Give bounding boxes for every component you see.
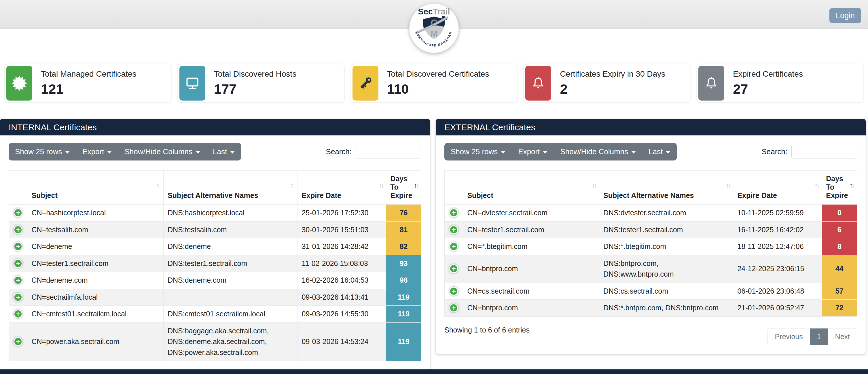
stat-card: Expired Certificates 27 — [696, 64, 863, 102]
expand-row-button[interactable] — [449, 208, 458, 217]
expand-row-button[interactable] — [449, 304, 458, 312]
expand-row-button[interactable] — [13, 242, 23, 251]
sectrail-logo: SecTrail C M CERTIFICATE MANAGER — [409, 3, 459, 54]
show-hide-columns-button[interactable]: Show/Hide Columns — [118, 143, 207, 161]
expand-row-button[interactable] — [13, 225, 23, 234]
san-cell: DNS:tester1.sectrail.com — [599, 221, 733, 238]
login-button[interactable]: Login — [829, 8, 861, 23]
table-row: CN=bntpro.com DNS:*.bntpro.com, DNS:bntp… — [445, 300, 857, 317]
san-cell — [163, 289, 297, 306]
san-column-header[interactable]: Subject Alternative Names↑↓ — [599, 171, 733, 205]
san-cell: DNS:cs.sectrail.com — [599, 283, 733, 300]
subject-cell: CN=tester1.sectrail.com — [27, 255, 163, 272]
last-filter-button[interactable]: Last — [642, 143, 677, 161]
days-to-expire-badge: 6 — [822, 221, 857, 238]
expand-row-button[interactable] — [449, 242, 458, 251]
expire-date-cell: 16-02-2026 16:04:53 — [298, 272, 386, 289]
chevron-down-icon — [666, 151, 671, 153]
internal-table-body: CN=hashicorptest.local DNS:hashicorptest… — [9, 205, 421, 361]
sort-ascending-icon: ↑↓ — [849, 181, 855, 189]
san-cell: DNS:baggage.aka.sectrail.com, DNS:deneme… — [163, 322, 297, 361]
expire-date-cell: 16-11-2025 16:42:02 — [733, 221, 822, 238]
external-search-row: Search: — [762, 145, 857, 159]
chevron-down-icon — [107, 151, 112, 153]
subject-column-header[interactable]: Subject↑↓ — [27, 171, 163, 205]
subject-cell: CN=cmtest01.sectrailcm.local — [27, 306, 163, 323]
show-rows-button[interactable]: Show 25 rows — [444, 143, 512, 161]
subject-cell: CN=deneme — [27, 238, 163, 255]
next-page-button[interactable]: Next — [828, 328, 857, 345]
last-filter-button[interactable]: Last — [207, 143, 241, 161]
show-hide-columns-button[interactable]: Show/Hide Columns — [554, 143, 642, 161]
bottom-footer-bar — [0, 369, 868, 374]
days-to-expire-column-header[interactable]: Days To Expire↑↓ — [822, 171, 857, 205]
internal-toolbar: Show 25 rows Export Show/Hide Columns La… — [9, 143, 241, 161]
sort-icon: ↑↓ — [156, 181, 161, 189]
brand-prefix: Sec — [418, 7, 433, 16]
expire-date-cell: 09-03-2026 14:53:24 — [298, 322, 386, 361]
stat-label: Expired Certificates — [733, 69, 803, 79]
days-to-expire-column-header[interactable]: Days To Expire↑↓ — [386, 171, 421, 205]
external-table-footer: Showing 1 to 6 of 6 entries Previous 1 N… — [444, 324, 857, 345]
subject-column-header[interactable]: Subject↑↓ — [463, 171, 599, 205]
subject-cell: CN=bntpro.com — [463, 255, 599, 283]
expand-row-button[interactable] — [449, 264, 458, 273]
table-row: CN=testsalih.com DNS:testsalih.com 30-01… — [9, 221, 421, 238]
previous-page-button[interactable]: Previous — [768, 328, 810, 345]
chevron-down-icon — [195, 151, 200, 153]
sort-ascending-icon: ↑↓ — [414, 181, 419, 189]
expire-date-cell: 11-02-2026 15:08:03 — [298, 255, 386, 272]
stat-card: Total Managed Certificates 121 — [5, 64, 172, 102]
internal-panel-title: INTERNAL Certificates — [0, 119, 430, 136]
expand-row-button[interactable] — [13, 208, 23, 217]
stat-label: Total Discovered Certificates — [387, 69, 489, 79]
stats-row: Total Managed Certificates 121 — [0, 64, 868, 102]
external-toolbar-row: Show 25 rows Export Show/Hide Columns La… — [444, 143, 857, 161]
external-pagination: Previous 1 Next — [768, 328, 857, 345]
external-certificates-table: Subject↑↓ Subject Alternative Names↑↓ Ex… — [444, 170, 857, 317]
external-search-input[interactable] — [792, 145, 857, 159]
stat-text: Total Managed Certificates 121 — [41, 69, 136, 97]
expire-date-column-header[interactable]: Expire Date↑↓ — [298, 171, 386, 205]
expand-row-button[interactable] — [13, 293, 23, 302]
expand-row-button[interactable] — [449, 225, 458, 234]
search-label: Search: — [762, 147, 787, 156]
stat-card: Total Discovered Hosts 177 — [178, 64, 344, 102]
table-row: CN=*.btegitim.com DNS:*.btegitim.com 18-… — [445, 238, 857, 255]
expand-row-button[interactable] — [13, 337, 23, 346]
expand-row-button[interactable] — [13, 276, 23, 285]
san-column-header[interactable]: Subject Alternative Names↑↓ — [163, 171, 297, 205]
expire-date-cell: 24-12-2025 23:06:15 — [733, 255, 822, 283]
panels-row: INTERNAL Certificates Show 25 rows Expor… — [0, 119, 868, 374]
san-cell: DNS:tester1.sectrail.com — [163, 255, 297, 272]
table-row: CN=dvtester.sectrail.com DNS:dvtester.se… — [445, 205, 857, 222]
export-button[interactable]: Export — [512, 143, 554, 161]
brand-suffix: Trail — [433, 7, 450, 16]
internal-search-input[interactable] — [356, 145, 421, 159]
stat-icon-tile — [699, 66, 724, 100]
control-column-header — [9, 171, 27, 205]
export-button[interactable]: Export — [76, 143, 118, 161]
stat-label: Certificates Expiry in 30 Days — [560, 69, 665, 79]
show-rows-button[interactable]: Show 25 rows — [9, 143, 76, 161]
days-to-expire-badge: 0 — [822, 205, 857, 222]
chevron-down-icon — [631, 151, 636, 153]
internal-certificates-panel: INTERNAL Certificates Show 25 rows Expor… — [0, 119, 430, 374]
san-cell: DNS:*.btegitim.com — [599, 238, 733, 255]
stat-icon-tile — [525, 66, 551, 100]
page-1-button[interactable]: 1 — [810, 328, 828, 345]
monitor-icon — [184, 75, 201, 92]
table-header-row: Subject↑↓ Subject Alternative Names↑↓ Ex… — [445, 171, 857, 205]
expand-row-button[interactable] — [13, 310, 23, 318]
expand-row-button[interactable] — [449, 287, 458, 296]
seal-icon — [11, 75, 28, 92]
table-row: CN=hashicorptest.local DNS:hashicorptest… — [9, 205, 421, 222]
stat-card: Total Discovered Certificates 110 — [351, 64, 518, 102]
svg-text:SecTrail: SecTrail — [418, 7, 450, 16]
expire-date-column-header[interactable]: Expire Date↑↓ — [733, 171, 822, 205]
expand-row-button[interactable] — [13, 259, 23, 268]
expire-date-cell: 09-03-2026 14:13:41 — [298, 289, 386, 306]
chevron-down-icon — [230, 151, 235, 153]
chevron-down-icon — [65, 151, 70, 153]
expire-date-cell: 30-01-2026 15:51:03 — [298, 221, 386, 238]
